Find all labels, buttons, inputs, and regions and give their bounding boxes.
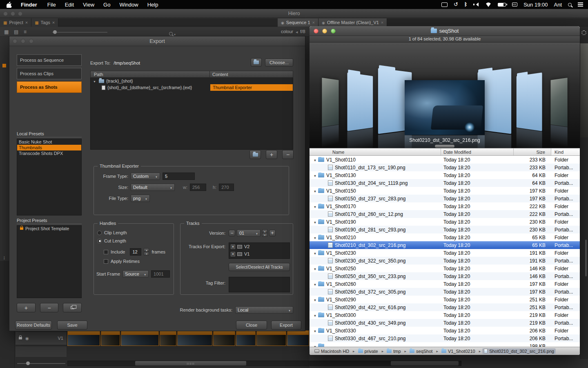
path-item[interactable]: private	[356, 348, 385, 354]
file-row[interactable]: Shot0130_dst_204_src_1119.png Today 18:2…	[310, 179, 580, 187]
panel-tab[interactable]: Project	[0, 18, 31, 27]
content-column-header[interactable]: Content	[210, 71, 293, 77]
zoom-icon[interactable]	[331, 29, 336, 34]
hiero-window-controls[interactable]	[3, 11, 22, 16]
timeline-scrollbar-right[interactable]	[310, 361, 461, 366]
table-row[interactable]: {shot}_dst_{dstframe}_src_{srcframe}.{ex…	[91, 84, 293, 91]
close-icon[interactable]	[381, 20, 383, 25]
hiero-titlebar[interactable]: Hiero	[0, 9, 588, 18]
process-option-button[interactable]: Process as Clips	[17, 68, 82, 79]
file-row[interactable]: V1_Shot0110 Today 18:20 233 KB Folder	[310, 156, 580, 164]
file-row[interactable]: V1_Shot0260 Today 18:20 197 KB Folder	[310, 280, 580, 288]
disclosure-triangle[interactable]	[312, 157, 318, 163]
grid-view-icon[interactable]: ▦	[4, 29, 9, 35]
cover-flow-item[interactable]	[347, 72, 373, 131]
spotlight-icon[interactable]	[568, 1, 572, 8]
disclosure-triangle[interactable]	[312, 188, 318, 194]
file-row[interactable]: V1_Shot0250 Today 18:20 146 KB Folder	[310, 265, 580, 272]
cut-length-radio[interactable]	[97, 239, 102, 243]
sequence-tab[interactable]: Sequence 1	[278, 18, 318, 27]
timeline-scrollbar[interactable]	[67, 361, 309, 366]
menu-item[interactable]: Edit	[60, 2, 78, 8]
eye-icon[interactable]	[25, 336, 29, 341]
path-column-header[interactable]: Path	[91, 71, 210, 77]
disclosure-triangle[interactable]	[92, 79, 97, 83]
minimize-icon[interactable]	[322, 29, 327, 34]
cover-flow-preview[interactable]	[405, 80, 485, 135]
file-row[interactable]: V1_Shot0230 Today 18:20 191 KB Folder	[310, 249, 580, 257]
dialog-window-controls[interactable]	[13, 39, 33, 43]
preset-item[interactable]: Basic Nuke Shot	[17, 139, 81, 145]
cover-flow-item[interactable]	[322, 77, 339, 127]
battery-icon[interactable]	[498, 1, 506, 8]
file-row[interactable]: V1_Shot0150 Today 18:20 197 KB Folder	[310, 187, 580, 195]
export-path-value[interactable]: /tmp/seqShot	[114, 61, 140, 65]
timeline-clip[interactable]	[177, 330, 212, 346]
version-decrement-button[interactable]: −	[229, 230, 235, 236]
restore-defaults-button[interactable]: Restore Defaults	[15, 321, 52, 330]
close-icon[interactable]	[314, 29, 318, 34]
start-frame-input[interactable]: 1001	[151, 270, 170, 278]
close-icon[interactable]	[52, 20, 55, 25]
cover-flow-item[interactable]	[517, 72, 542, 131]
app-menu-finder[interactable]: Finder	[18, 2, 40, 8]
scrollbar-thumb[interactable]	[135, 361, 246, 366]
timeline-zoom-slider[interactable]	[17, 363, 65, 364]
track-item[interactable]: V1	[229, 250, 290, 258]
cover-flow-scrollbar[interactable]	[435, 145, 454, 148]
frame-type-select[interactable]: Custom	[131, 173, 160, 180]
process-option-button[interactable]: Process as Shots	[17, 81, 82, 93]
gear-icon[interactable]	[581, 30, 586, 35]
file-row[interactable]: V1_Shot0330 Today 18:20 206 KB Folder	[310, 327, 580, 334]
display-menu-icon[interactable]	[441, 1, 448, 8]
disclosure-triangle[interactable]	[312, 250, 318, 256]
file-row[interactable]: V1_Shot0290 Today 18:20 251 KB Folder	[310, 296, 580, 303]
choose-button[interactable]: Choose...	[265, 58, 293, 67]
user-menu[interactable]: Ant	[554, 2, 562, 8]
name-column-header[interactable]: Name	[310, 148, 441, 155]
file-row[interactable]: V1_Shot0170 Today 18:20 222 KB Folder	[310, 202, 580, 210]
list-view-icon[interactable]: ▤	[14, 29, 18, 35]
add-preset-button[interactable]: +	[17, 303, 36, 312]
track-enabled-checkbox[interactable]	[231, 252, 235, 256]
timeline-clip[interactable]	[160, 330, 176, 346]
disclosure-triangle[interactable]	[312, 281, 318, 287]
height-input[interactable]: 270	[219, 184, 234, 191]
date-column-header[interactable]: Date Modified	[441, 148, 514, 155]
remove-row-button[interactable]: −	[282, 150, 294, 159]
file-type-select[interactable]: png	[131, 195, 150, 202]
version-stepper[interactable]	[262, 229, 267, 237]
table-row[interactable]: {track}_{shot}	[91, 78, 293, 84]
timeline-clip[interactable]	[236, 330, 255, 346]
zoom-icon[interactable]	[29, 39, 33, 43]
vertical-scrollbar[interactable]	[585, 240, 587, 276]
width-input[interactable]: 256	[190, 184, 206, 191]
version-increment-button[interactable]: +	[269, 230, 276, 236]
scrollbar-thumb[interactable]	[391, 361, 459, 366]
bluetooth-icon[interactable]: ᛒ	[464, 1, 467, 8]
file-row[interactable]: V1_Shot0210 Today 18:20 65 KB Folder	[310, 233, 580, 241]
move-tool-icon[interactable]: ↕	[3, 254, 6, 260]
disclosure-triangle[interactable]	[312, 312, 318, 318]
disclosure-triangle[interactable]	[312, 219, 318, 225]
path-item[interactable]: V1_Shot0210	[440, 348, 482, 354]
path-item[interactable]: Shot0210_dst_302_src_216.png	[482, 348, 556, 354]
file-row[interactable]: Shot0170_dst_260_src_12.png Today 18:20 …	[310, 210, 580, 218]
timeline-clip[interactable]	[101, 330, 120, 346]
fstop-value[interactable]: f/8	[300, 29, 305, 34]
disclosure-triangle[interactable]	[312, 235, 318, 240]
path-item[interactable]: tmp	[385, 348, 408, 354]
file-row[interactable]: V1_Shot0190 Today 18:20 230 KB Folder	[310, 218, 580, 226]
notification-center-icon[interactable]	[578, 1, 583, 8]
content-exporter-cell[interactable]: Thumbnail Exporter	[210, 84, 293, 91]
disclosure-triangle[interactable]	[312, 343, 318, 347]
preset-item[interactable]: Thumbnails	[17, 145, 81, 150]
add-row-button[interactable]: +	[266, 150, 277, 159]
timeline-clip[interactable]	[256, 330, 286, 346]
menu-item[interactable]: View	[78, 2, 99, 8]
start-frame-select[interactable]: Source	[122, 270, 149, 278]
file-row[interactable]: Shot0290_dst_422_src_616.png Today 18:20…	[310, 303, 580, 311]
path-item[interactable]: Macintosh HD	[313, 348, 356, 354]
file-row[interactable]: Shot0300_dst_430_src_349.png Today 18:20…	[310, 319, 580, 327]
menu-item[interactable]: Window	[115, 2, 143, 8]
